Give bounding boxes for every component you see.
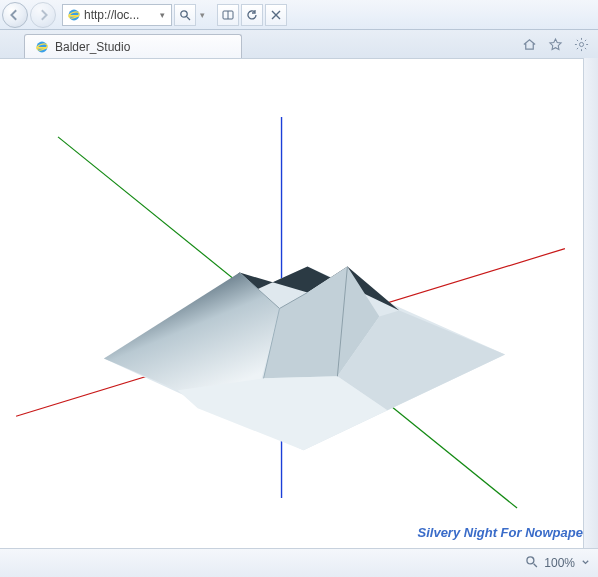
search-button[interactable] <box>174 4 196 26</box>
home-button[interactable] <box>520 35 538 53</box>
star-icon <box>548 37 563 52</box>
tab-title: Balder_Studio <box>55 40 130 54</box>
stop-icon <box>270 9 282 21</box>
ie-favicon-icon <box>67 8 81 22</box>
zoom-level-text: 100% <box>544 556 575 570</box>
credit-text: Silvery Night For Nowpaper <box>418 525 588 540</box>
search-dropdown-icon[interactable]: ▾ <box>198 10 207 20</box>
command-bar <box>520 30 598 58</box>
address-field[interactable]: http://loc... ▾ <box>62 4 172 26</box>
refresh-button[interactable] <box>241 4 263 26</box>
terrain-mesh <box>104 267 505 451</box>
content-viewport: Silvery Night For Nowpaper <box>0 58 598 548</box>
stop-button[interactable] <box>265 4 287 26</box>
back-button[interactable] <box>2 2 28 28</box>
vertical-scrollbar[interactable] <box>583 58 598 548</box>
zoom-dropdown[interactable] <box>581 556 590 570</box>
svg-point-2 <box>181 10 187 16</box>
refresh-icon <box>246 9 258 21</box>
ie-favicon-icon <box>35 40 49 54</box>
home-icon <box>522 37 537 52</box>
zoom-icon <box>525 555 538 571</box>
arrow-right-icon <box>37 9 49 21</box>
compat-view-icon <box>222 9 234 21</box>
svg-point-13 <box>527 557 534 564</box>
svg-point-6 <box>579 42 583 46</box>
favorites-button[interactable] <box>546 35 564 53</box>
arrow-left-icon <box>9 9 21 21</box>
scene-3d <box>0 59 598 548</box>
address-toolbar: http://loc... ▾ ▾ <box>0 0 598 30</box>
tab-strip: Balder_Studio <box>0 30 598 58</box>
forward-button[interactable] <box>30 2 56 28</box>
tab-active[interactable]: Balder_Studio <box>24 34 242 59</box>
address-text: http://loc... <box>84 8 155 22</box>
svg-marker-9 <box>104 273 280 395</box>
compat-view-button[interactable] <box>217 4 239 26</box>
search-icon <box>179 9 191 21</box>
chevron-down-icon <box>581 558 590 567</box>
address-dropdown-icon[interactable]: ▾ <box>158 10 167 20</box>
status-bar: 100% <box>0 548 598 577</box>
gear-icon <box>574 37 589 52</box>
tools-button[interactable] <box>572 35 590 53</box>
